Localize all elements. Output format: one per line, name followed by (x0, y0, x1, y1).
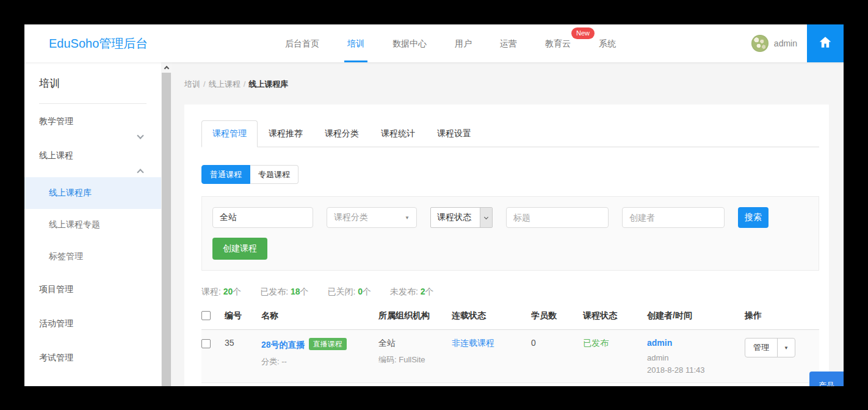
course-org: 全站 (378, 383, 452, 387)
search-button[interactable]: 搜索 (738, 207, 769, 228)
course-org-code: 编码: FullSite (378, 354, 447, 365)
column-id: 编号 (225, 304, 261, 330)
serial-status-link[interactable]: 非连载课程 (452, 338, 494, 348)
top-navigation: 后台首页 培训 数据中心 用户 运营 教育云 New 系统 (271, 24, 630, 62)
status-select-label: 课程状态 (431, 208, 480, 227)
manage-button[interactable]: 管理 (745, 339, 777, 357)
manage-button-group: 管理 ▼ (745, 338, 795, 357)
table-row: 34 12eqwseqwd 全站 非连载课程 0 未发布 admin 管理 ▼ (201, 383, 819, 387)
product-floating-button[interactable]: 产品 (809, 372, 844, 386)
course-name-link[interactable]: 28号的直播 (261, 340, 305, 350)
main-content: 培训/线上课程/线上课程库 课程管理 课程推荐 课程分类 课程统计 课程设置 普… (172, 62, 844, 386)
sidebar-group-label: 线上课程 (39, 150, 73, 160)
chevron-down-icon (484, 214, 488, 219)
nav-item-edu-cloud[interactable]: 教育云 New (531, 24, 585, 62)
stat-closed: 0 (358, 287, 363, 296)
caret-down-icon: ▼ (784, 345, 789, 351)
scrollbar-up-button[interactable] (161, 62, 172, 73)
status-select[interactable]: 课程状态 (430, 207, 493, 228)
tab-course-settings[interactable]: 课程设置 (426, 120, 482, 147)
sidebar-item-course-topics[interactable]: 线上课程专题 (24, 209, 161, 241)
filter-panel: 课程分类 ▼ 课程状态 搜索 创建课程 (201, 196, 819, 271)
column-students: 学员数 (531, 304, 583, 330)
column-action: 操作 (745, 304, 819, 330)
column-creator: 创建者/时间 (647, 304, 745, 330)
sidebar-item-tag-management[interactable]: 标签管理 (24, 241, 161, 273)
manage-dropdown-button[interactable]: ▼ (777, 339, 795, 357)
course-stats: 课程: 20个 已发布: 18个 已关闭: 0个 未发布: 2个 (201, 287, 819, 298)
breadcrumb-item[interactable]: 线上课程 (209, 79, 241, 89)
creator-nickname: admin (647, 353, 740, 362)
scrollbar-thumb[interactable] (162, 73, 171, 386)
nav-item-dashboard[interactable]: 后台首页 (271, 24, 333, 62)
breadcrumb: 培训/线上课程/线上课程库 (184, 79, 844, 90)
course-id: 35 (225, 330, 261, 383)
course-category: 分类: -- (261, 356, 374, 367)
course-id: 34 (225, 383, 261, 387)
course-org: 全站 (378, 338, 447, 349)
student-count: 0 (531, 330, 583, 383)
scrollbar-up-icon (164, 66, 168, 71)
creator-link[interactable]: admin (647, 338, 672, 348)
sidebar-group-teaching[interactable]: 教学管理 (24, 104, 161, 138)
chevron-up-icon (137, 169, 143, 175)
sidebar-scrollbar[interactable] (161, 62, 172, 386)
top-header: EduSoho管理后台 后台首页 培训 数据中心 用户 运营 教育云 New 系… (24, 24, 844, 62)
stat-total: 20 (223, 287, 233, 296)
tab-course-recommend[interactable]: 课程推荐 (258, 120, 314, 147)
nav-item-operations[interactable]: 运营 (486, 24, 531, 62)
nav-item-data-center[interactable]: 数据中心 (378, 24, 441, 62)
app-window: EduSoho管理后台 后台首页 培训 数据中心 用户 运营 教育云 New 系… (24, 24, 844, 386)
status-badge: 未发布 (583, 383, 647, 387)
sidebar-item-course-library[interactable]: 线上课程库 (24, 177, 161, 209)
category-select-label: 课程分类 (334, 212, 368, 223)
select-all-checkbox[interactable] (201, 311, 211, 320)
tab-course-statistics[interactable]: 课程统计 (370, 120, 426, 147)
create-course-button[interactable]: 创建课程 (212, 238, 267, 260)
breadcrumb-current: 线上课程库 (248, 79, 288, 89)
stat-unpublished: 2 (421, 287, 425, 296)
status-badge: 已发布 (583, 338, 609, 348)
avatar (751, 35, 769, 52)
caret-down-icon: ▼ (405, 215, 410, 221)
tab-course-category[interactable]: 课程分类 (314, 120, 370, 147)
nav-item-system[interactable]: 系统 (585, 24, 630, 62)
course-type-toggle: 普通课程 专题课程 (201, 165, 819, 184)
sidebar-group-label: 教学管理 (39, 116, 73, 126)
row-checkbox[interactable] (201, 339, 211, 348)
site-input[interactable] (212, 207, 313, 228)
tab-course-management[interactable]: 课程管理 (201, 120, 258, 147)
nav-item-training[interactable]: 培训 (333, 24, 378, 62)
column-status: 课程状态 (583, 304, 647, 330)
home-icon (818, 35, 833, 52)
sidebar-item-exam-management[interactable]: 考试管理 (24, 341, 161, 375)
student-count: 0 (531, 383, 583, 387)
home-button[interactable] (807, 24, 844, 62)
title-input[interactable] (506, 207, 609, 228)
column-name: 名称 (261, 304, 378, 330)
sidebar-group-online-courses[interactable]: 线上课程 (24, 138, 161, 172)
user-menu[interactable]: admin (751, 24, 797, 62)
creator-input[interactable] (622, 207, 725, 228)
sidebar-title: 培训 (24, 62, 161, 90)
live-course-badge: 直播课程 (309, 338, 347, 350)
select-arrow-button[interactable] (480, 208, 492, 227)
nav-item-users[interactable]: 用户 (441, 24, 486, 62)
breadcrumb-item[interactable]: 培训 (184, 79, 200, 89)
sidebar-item-activity-management[interactable]: 活动管理 (24, 307, 161, 341)
category-select[interactable]: 课程分类 ▼ (327, 207, 417, 228)
course-tabs: 课程管理 课程推荐 课程分类 课程统计 课程设置 (201, 120, 819, 147)
app-logo[interactable]: EduSoho管理后台 (49, 24, 148, 62)
normal-course-button[interactable]: 普通课程 (201, 165, 250, 184)
column-serial: 连载状态 (452, 304, 531, 330)
created-time: 2018-8-28 11:43 (647, 365, 740, 375)
sidebar-item-project-management[interactable]: 项目管理 (24, 273, 161, 307)
content-card: 课程管理 课程推荐 课程分类 课程统计 课程设置 普通课程 专题课程 课程分类 (184, 104, 829, 386)
column-org: 所属组织机构 (378, 304, 452, 330)
stat-published: 18 (291, 287, 300, 296)
nav-item-label: 教育云 (545, 38, 571, 48)
table-row: 35 28号的直播直播课程 分类: -- 全站 编码: FullSite 非连载… (201, 330, 819, 383)
topic-course-button[interactable]: 专题课程 (250, 165, 298, 184)
sidebar: 培训 教学管理 线上课程 线上课程库 线上课程专题 标签管理 项目管理 活动管理… (24, 62, 161, 386)
course-table: 编号 名称 所属组织机构 连载状态 学员数 课程状态 创建者/时间 操作 35 … (201, 304, 819, 386)
